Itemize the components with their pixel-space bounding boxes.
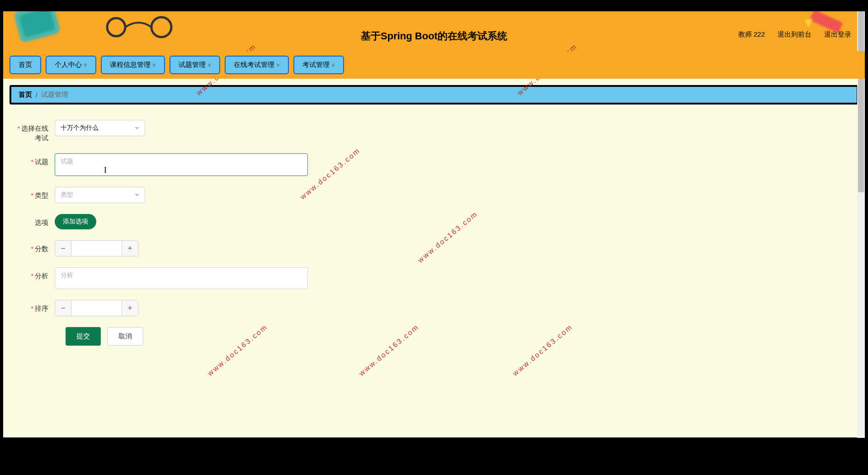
chevron-down-icon: ∨ — [152, 62, 156, 68]
svg-point-3 — [151, 17, 171, 37]
analysis-textarea[interactable]: 分析 — [55, 267, 308, 289]
breadcrumb-separator: / — [36, 91, 38, 99]
chevron-down-icon: ∨ — [331, 62, 335, 68]
breadcrumb-home[interactable]: 首页 — [19, 90, 32, 99]
nav-course[interactable]: 课程信息管理∨ — [101, 56, 165, 74]
add-option-button[interactable]: 添加选项 — [55, 214, 96, 229]
user-role-label[interactable]: 教师 222 — [738, 30, 765, 39]
nav-course-label: 课程信息管理 — [110, 61, 151, 69]
type-label: *类型 — [14, 187, 55, 200]
chevron-down-icon: ∨ — [276, 62, 280, 68]
type-select[interactable]: 类型 — [55, 187, 145, 203]
breadcrumb: 首页 / 试题管理 — [9, 85, 859, 104]
question-placeholder: 试题 — [61, 157, 73, 165]
sort-label: *排序 — [14, 300, 55, 313]
score-minus-button[interactable]: − — [55, 240, 71, 256]
sort-plus-button[interactable]: + — [122, 300, 138, 316]
main-nav: 首页 个人中心∨ 课程信息管理∨ 试题管理∨ 在线考试管理∨ 考试管理∨ — [3, 51, 865, 79]
exam-select-label: *选择在线考试 — [14, 120, 55, 142]
nav-question-label: 试题管理 — [179, 61, 206, 69]
svg-point-2 — [107, 18, 125, 36]
option-label: 选项 — [14, 214, 55, 227]
score-stepper[interactable]: − + — [55, 240, 138, 256]
sort-stepper[interactable]: − + — [55, 300, 138, 316]
exam-select[interactable]: 十万个为什么 — [55, 120, 145, 136]
app-title: 基于Spring Boot的在线考试系统 — [361, 29, 507, 43]
nav-exam-online[interactable]: 在线考试管理∨ — [225, 56, 289, 74]
nav-home-label: 首页 — [19, 61, 32, 69]
exam-select-value: 十万个为什么 — [61, 124, 99, 132]
decoration-earphone-icon — [103, 14, 193, 41]
decoration-pad-icon — [12, 11, 80, 48]
question-label: *试题 — [14, 153, 55, 166]
nav-exam[interactable]: 考试管理∨ — [293, 56, 344, 74]
scrollbar-thumb[interactable] — [858, 11, 864, 192]
breadcrumb-current: 试题管理 — [41, 90, 68, 99]
score-plus-button[interactable]: + — [122, 240, 138, 256]
analysis-placeholder: 分析 — [61, 271, 73, 279]
nav-exam-label: 考试管理 — [302, 61, 330, 69]
submit-button[interactable]: 提交 — [66, 327, 101, 346]
nav-personal-label: 个人中心 — [55, 61, 82, 69]
type-placeholder: 类型 — [61, 191, 73, 199]
nav-question[interactable]: 试题管理∨ — [170, 56, 220, 74]
question-form: *选择在线考试 十万个为什么 *试题 试题 I *类型 类型 选项 — [3, 111, 865, 355]
logout-link[interactable]: 退出登录 — [824, 30, 851, 39]
score-label: *分数 — [14, 240, 55, 253]
text-cursor-icon: I — [104, 166, 107, 175]
nav-home[interactable]: 首页 — [9, 56, 41, 74]
chevron-down-icon: ∨ — [84, 62, 87, 68]
question-textarea[interactable]: 试题 I — [55, 153, 308, 176]
sort-minus-button[interactable]: − — [55, 300, 71, 316]
nav-personal[interactable]: 个人中心∨ — [46, 56, 96, 74]
nav-exam-online-label: 在线考试管理 — [234, 61, 274, 69]
back-to-front-link[interactable]: 退出到前台 — [778, 30, 811, 39]
cancel-button[interactable]: 取消 — [107, 327, 143, 346]
analysis-label: *分析 — [14, 267, 55, 280]
chevron-down-icon: ∨ — [208, 62, 211, 68]
